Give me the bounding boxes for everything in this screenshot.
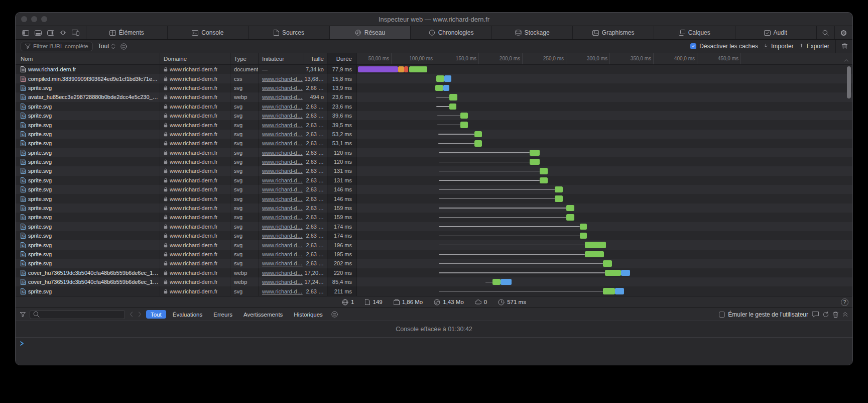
column-header-nom[interactable]: Nom: [16, 53, 160, 64]
request-row[interactable]: sprite.svgwww.richard-dern.frsvgwww.rich…: [16, 102, 852, 111]
resource-type-dropdown[interactable]: Tout: [98, 43, 116, 50]
request-row[interactable]: sprite.svgwww.richard-dern.frsvgwww.rich…: [16, 148, 852, 157]
request-row[interactable]: sprite.svgwww.richard-dern.frsvgwww.rich…: [16, 139, 852, 148]
request-row[interactable]: sprite.svgwww.richard-dern.frsvgwww.rich…: [16, 286, 852, 295]
request-initiator[interactable]: www.richard-d…: [259, 148, 304, 157]
request-initiator[interactable]: www.richard-d…: [259, 74, 304, 83]
disable-caches-checkbox[interactable]: Désactiver les caches: [690, 43, 758, 50]
column-header-duree[interactable]: Durée: [328, 53, 357, 64]
tab-chronologies[interactable]: Chronologies: [411, 26, 492, 39]
request-row[interactable]: avatar_hu85ecc3e298728880b0bde2dcc4e5c23…: [16, 92, 852, 102]
request-row[interactable]: sprite.svgwww.richard-dern.frsvgwww.rich…: [16, 204, 852, 213]
request-row[interactable]: sprite.svgwww.richard-dern.frsvgwww.rich…: [16, 194, 852, 203]
request-row[interactable]: sprite.svgwww.richard-dern.frsvgwww.rich…: [16, 166, 852, 175]
tab-graphismes[interactable]: Graphismes: [573, 26, 654, 39]
tab-audit[interactable]: Audit: [735, 26, 817, 39]
request-row[interactable]: sprite.svgwww.richard-dern.frsvgwww.rich…: [16, 111, 852, 120]
request-initiator[interactable]: www.richard-d…: [259, 120, 304, 129]
element-picker-icon[interactable]: [60, 30, 66, 36]
settings-gear-icon[interactable]: [834, 26, 852, 39]
console-tab-avertissements[interactable]: Avertissements: [239, 310, 287, 319]
next-result-icon[interactable]: [138, 312, 142, 317]
zoom-button[interactable]: [41, 16, 47, 22]
column-header-taille[interactable]: Taille: [304, 53, 328, 64]
request-row[interactable]: sprite.svgwww.richard-dern.frsvgwww.rich…: [16, 213, 852, 222]
request-initiator[interactable]: www.richard-d…: [259, 111, 304, 120]
url-filter-input[interactable]: Filtrer l'URL complète: [21, 42, 93, 51]
console-filter-icon[interactable]: [20, 312, 26, 317]
request-row[interactable]: sprite.svgwww.richard-dern.frsvgwww.rich…: [16, 259, 852, 268]
request-initiator[interactable]: www.richard-d…: [259, 139, 304, 148]
prev-result-icon[interactable]: [130, 312, 133, 317]
request-initiator[interactable]: www.richard-d…: [259, 185, 304, 194]
console-messages-icon[interactable]: [812, 312, 819, 318]
column-header-initiateur[interactable]: Initiateur: [259, 53, 304, 64]
clear-network-icon[interactable]: [842, 43, 847, 49]
request-row[interactable]: sprite.svgwww.richard-dern.frsvgwww.rich…: [16, 157, 852, 166]
request-initiator[interactable]: www.richard-d…: [259, 157, 304, 166]
request-row[interactable]: www.richard-dern.frwww.richard-dern.frdo…: [16, 65, 852, 74]
tab-réseau[interactable]: Réseau: [330, 26, 411, 39]
tab-console[interactable]: Console: [168, 26, 249, 39]
request-row[interactable]: sprite.svgwww.richard-dern.frsvgwww.rich…: [16, 185, 852, 194]
console-tab-tout[interactable]: Tout: [146, 310, 166, 319]
request-initiator[interactable]: www.richard-d…: [259, 250, 304, 259]
request-initiator[interactable]: www.richard-d…: [259, 231, 304, 240]
request-initiator[interactable]: www.richard-d…: [259, 259, 304, 268]
request-row[interactable]: cover_hu736519dc3b5040cfa48b6b559b6de6ec…: [16, 277, 852, 286]
request-initiator[interactable]: www.richard-d…: [259, 268, 304, 277]
request-row[interactable]: sprite.svgwww.richard-dern.frsvgwww.rich…: [16, 240, 852, 249]
request-row[interactable]: sprite.svgwww.richard-dern.frsvgwww.rich…: [16, 250, 852, 259]
waterfall-header[interactable]: 50,00 ms100,00 ms150,0 ms200,0 ms250,0 m…: [357, 53, 852, 64]
minimize-button[interactable]: [31, 16, 37, 22]
search-icon[interactable]: [816, 26, 834, 39]
tab-stockage[interactable]: Stockage: [492, 26, 573, 39]
request-initiator[interactable]: www.richard-d…: [259, 83, 304, 92]
tab-sources[interactable]: Sources: [249, 26, 330, 39]
scrollbar-thumb[interactable]: [847, 66, 851, 98]
emulate-gesture-checkbox[interactable]: Émuler le geste de l'utilisateur: [719, 311, 808, 318]
request-initiator[interactable]: www.richard-d…: [259, 286, 304, 295]
request-initiator[interactable]: www.richard-d…: [259, 240, 304, 249]
request-row[interactable]: compiled.min.38390909f303624ed9e1cf1bd3f…: [16, 74, 852, 83]
console-tab-historiques[interactable]: Historiques: [289, 310, 327, 319]
request-initiator[interactable]: www.richard-d…: [259, 102, 304, 111]
request-row[interactable]: cover_hu736519dc3b5040cfa48b6b559b6de6ec…: [16, 268, 852, 277]
console-tab-erreurs[interactable]: Erreurs: [209, 310, 237, 319]
console-filter-options-icon[interactable]: [331, 311, 338, 318]
import-button[interactable]: Importer: [763, 43, 794, 50]
request-row[interactable]: sprite.svgwww.richard-dern.frsvgwww.rich…: [16, 176, 852, 185]
request-initiator[interactable]: www.richard-d…: [259, 213, 304, 222]
reload-console-icon[interactable]: [823, 312, 829, 318]
filter-options-icon[interactable]: [120, 43, 127, 50]
request-row[interactable]: sprite.svgwww.richard-dern.frsvgwww.rich…: [16, 222, 852, 231]
chevron-up-icon[interactable]: [844, 57, 848, 63]
sidebar-right-icon[interactable]: [47, 30, 54, 36]
expand-console-icon[interactable]: [842, 312, 848, 317]
column-header-type[interactable]: Type: [230, 53, 259, 64]
titlebar[interactable]: Inspecteur web — www.richard-dern.fr: [16, 13, 852, 26]
request-initiator[interactable]: www.richard-d…: [259, 92, 304, 102]
request-initiator[interactable]: www.richard-d…: [259, 277, 304, 286]
tab-calques[interactable]: Calques: [654, 26, 735, 39]
request-initiator[interactable]: www.richard-d…: [259, 204, 304, 213]
console-search-input[interactable]: [30, 310, 125, 319]
console-empty-area[interactable]: [16, 349, 852, 365]
request-initiator[interactable]: www.richard-d…: [259, 176, 304, 185]
request-initiator[interactable]: www.richard-d…: [259, 194, 304, 203]
export-button[interactable]: Exporter: [799, 43, 829, 50]
bottom-panel-icon[interactable]: [35, 30, 42, 36]
responsive-mode-icon[interactable]: [72, 30, 79, 36]
request-row[interactable]: sprite.svgwww.richard-dern.frsvgwww.rich…: [16, 231, 852, 240]
request-row[interactable]: sprite.svgwww.richard-dern.frsvgwww.rich…: [16, 83, 852, 92]
sidebar-left-icon[interactable]: [22, 30, 29, 36]
column-header-domaine[interactable]: Domaine: [160, 53, 230, 64]
request-initiator[interactable]: www.richard-d…: [259, 166, 304, 175]
request-initiator[interactable]: www.richard-d…: [259, 222, 304, 231]
request-row[interactable]: sprite.svgwww.richard-dern.frsvgwww.rich…: [16, 120, 852, 129]
request-initiator[interactable]: www.richard-d…: [259, 130, 304, 139]
help-button[interactable]: ?: [841, 298, 848, 306]
close-button[interactable]: [21, 16, 27, 22]
tab-éléments[interactable]: Éléments: [86, 26, 168, 39]
console-tab-évaluations[interactable]: Évaluations: [168, 310, 207, 319]
